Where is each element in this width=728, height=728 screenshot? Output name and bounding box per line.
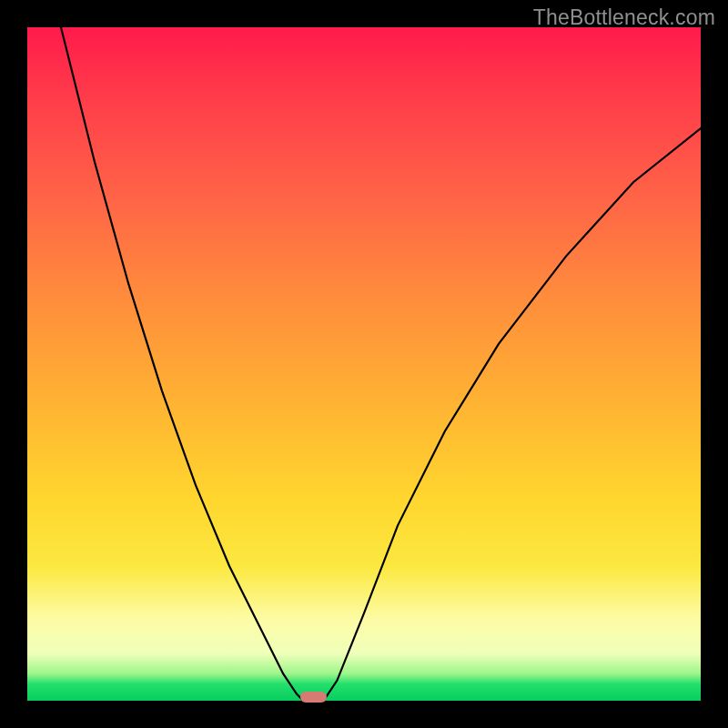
chart-frame: TheBottleneck.com	[0, 0, 728, 728]
plot-area	[27, 27, 701, 701]
minimum-marker	[300, 692, 328, 703]
watermark-text: TheBottleneck.com	[533, 5, 715, 30]
